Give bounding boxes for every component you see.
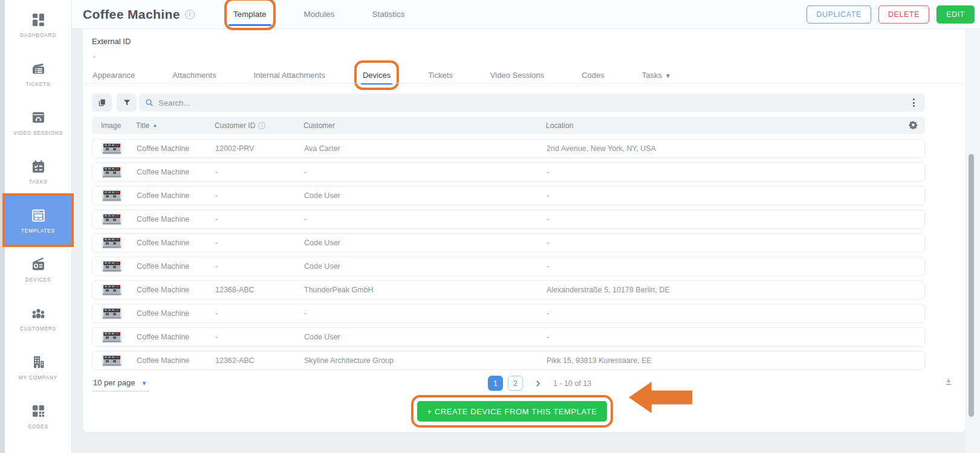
customers-icon: [30, 305, 47, 321]
subtab-attachments[interactable]: Attachments: [172, 68, 216, 82]
table-row[interactable]: Coffee Machine 12002-PRV Ava Carter 2nd …: [92, 139, 925, 158]
row-customer-cell: Code User: [304, 333, 547, 341]
row-customer-cell: Code User: [304, 239, 547, 247]
device-table-body: Coffee Machine 12002-PRV Ava Carter 2nd …: [92, 139, 925, 374]
row-location-cell: Pikk 15, 93813 Kuressaare, EE: [547, 356, 900, 365]
table-settings-gear-icon[interactable]: [909, 120, 918, 131]
subtab-tasks[interactable]: Tasks▼: [641, 68, 672, 82]
row-image-cell: [102, 190, 137, 202]
kebab-menu-icon[interactable]: [908, 97, 919, 108]
table-row[interactable]: Coffee Machine - - -: [92, 304, 925, 323]
search-input[interactable]: [158, 98, 908, 108]
search-icon: [145, 98, 154, 107]
sidebar-item-tasks[interactable]: TASKS: [5, 147, 71, 196]
row-title-cell: Coffee Machine: [137, 356, 215, 365]
subtab-codes[interactable]: Codes: [581, 68, 605, 82]
sidebar-item-customers[interactable]: CUSTOMERS: [5, 294, 71, 342]
row-customer-id-cell: -: [215, 215, 304, 223]
tab-modules[interactable]: Modules: [303, 6, 336, 22]
column-header-title[interactable]: Title▲: [136, 121, 215, 130]
external-id-value: -: [93, 52, 96, 61]
sidebar-item-my-company[interactable]: MY COMPANY: [5, 342, 71, 391]
devices-icon: [30, 256, 47, 272]
table-row[interactable]: Coffee Machine - Code User -: [92, 327, 925, 347]
download-icon[interactable]: [944, 377, 953, 389]
title-info-icon[interactable]: i: [185, 10, 195, 19]
chevron-down-icon: ▼: [665, 72, 671, 79]
row-image-cell: [102, 166, 137, 178]
column-header-customer: Customer: [303, 121, 546, 130]
per-page-value: 10 per page: [93, 378, 135, 387]
row-image-cell: [102, 260, 137, 272]
row-customer-cell: -: [304, 215, 547, 223]
page-title: Coffee Machine i: [83, 7, 195, 22]
table-row[interactable]: Coffee Machine - Code User -: [92, 233, 925, 252]
sort-asc-icon: ▲: [152, 123, 157, 128]
copy-icon: [97, 98, 107, 108]
row-title-cell: Coffee Machine: [137, 239, 215, 247]
row-customer-id-cell: -: [215, 309, 304, 318]
row-location-cell: -: [547, 191, 900, 200]
subtab-appearance[interactable]: Appearance: [92, 68, 135, 82]
table-row[interactable]: Coffee Machine 12362-ABC Skyline Archite…: [92, 351, 925, 370]
subtab-tickets[interactable]: Tickets: [427, 68, 453, 82]
device-thumbnail: [102, 237, 122, 249]
customer-id-info-icon[interactable]: i: [258, 122, 265, 129]
subtab-devices[interactable]: Devices: [362, 68, 391, 82]
sidebar-item-label: TICKETS: [26, 81, 51, 87]
table-row[interactable]: Coffee Machine - Code User -: [92, 257, 925, 276]
sidebar-item-devices[interactable]: DEVICES: [5, 245, 71, 294]
columns-toggle-button[interactable]: [92, 94, 112, 112]
filter-icon: [122, 98, 132, 108]
table-row[interactable]: Coffee Machine - - -: [92, 210, 925, 229]
subtab-internal-attachments[interactable]: Internal Attachments: [253, 68, 326, 82]
templates-icon: [30, 207, 47, 223]
page-button-1[interactable]: 1: [488, 376, 503, 391]
row-title-cell: Coffee Machine: [137, 286, 215, 294]
sidebar-item-codes[interactable]: CODES: [5, 391, 71, 440]
per-page-select[interactable]: 10 per page▼: [92, 378, 149, 391]
sidebar-item-templates[interactable]: TEMPLATES: [5, 196, 71, 245]
video-sessions-icon: [30, 109, 47, 126]
filter-button[interactable]: [117, 94, 137, 112]
vertical-scrollbar[interactable]: [969, 154, 974, 417]
next-page-chevron-icon[interactable]: [534, 379, 542, 388]
table-row[interactable]: Coffee Machine - Code User -: [92, 186, 925, 205]
row-image-cell: [102, 307, 137, 320]
row-customer-cell: Code User: [304, 191, 547, 200]
pagination-range: 1 - 10 of 13: [553, 379, 591, 388]
device-thumbnail: [102, 260, 122, 272]
row-customer-id-cell: -: [215, 168, 304, 176]
row-customer-id-cell: 12368-ABC: [215, 286, 304, 294]
create-device-from-template-button[interactable]: + CREATE DEVICE FROM THIS TEMPLATE: [417, 401, 607, 422]
device-thumbnail: [102, 143, 122, 155]
sidebar-item-label: MY COMPANY: [19, 374, 57, 381]
table-row[interactable]: Coffee Machine - - -: [92, 162, 925, 182]
sidebar-item-label: TEMPLATES: [21, 228, 55, 234]
header-actions: DUPLICATE DELETE EDIT: [806, 5, 975, 24]
subtab-video-sessions[interactable]: Video Sessions: [490, 68, 545, 82]
external-id-label: External ID: [92, 37, 131, 46]
sidebar-item-tickets[interactable]: TICKETS: [5, 49, 71, 98]
edit-button[interactable]: EDIT: [936, 5, 975, 24]
sidebar-item-label: DEVICES: [25, 277, 51, 283]
sidebar-item-dashboard[interactable]: DASHBOARD: [5, 0, 71, 49]
duplicate-button[interactable]: DUPLICATE: [806, 5, 871, 24]
row-location-cell: -: [547, 239, 900, 247]
delete-button[interactable]: DELETE: [878, 5, 929, 24]
page-button-2[interactable]: 2: [508, 376, 523, 391]
table-row[interactable]: Coffee Machine 12368-ABC ThunderPeak Gmb…: [92, 280, 925, 300]
sidebar-item-label: DASHBOARD: [20, 32, 56, 38]
device-thumbnail: [102, 355, 122, 367]
row-location-cell: Alexanderstraße 5, 10178 Berlin, DE: [547, 286, 900, 294]
template-detail-card: External ID - Appearance Attachments Int…: [83, 29, 965, 432]
tab-template[interactable]: Template: [232, 6, 268, 22]
row-customer-id-cell: -: [215, 239, 304, 247]
tab-statistics[interactable]: Statistics: [371, 6, 406, 22]
row-customer-id-cell: 12362-ABC: [215, 356, 304, 365]
row-customer-cell: -: [304, 168, 547, 176]
sidebar-item-video-sessions[interactable]: VIDEO SESSIONS: [5, 98, 71, 147]
row-title-cell: Coffee Machine: [137, 309, 215, 318]
row-customer-id-cell: 12002-PRV: [215, 144, 304, 153]
row-image-cell: [102, 237, 137, 249]
